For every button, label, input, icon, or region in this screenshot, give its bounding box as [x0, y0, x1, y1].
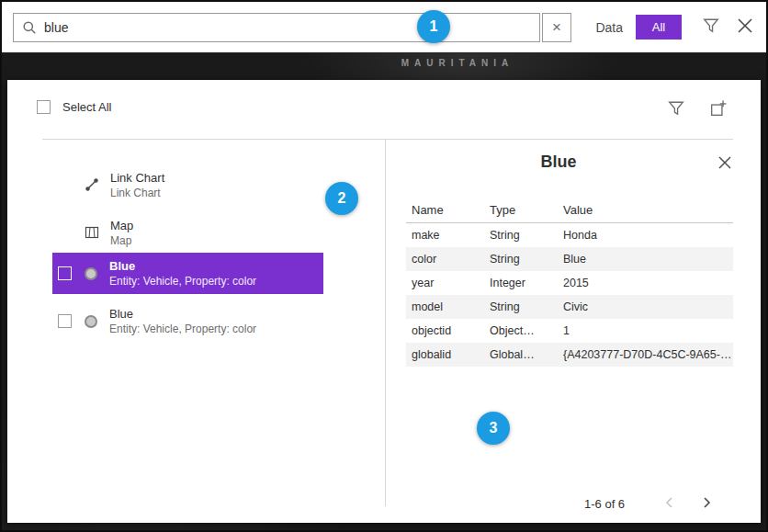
- column-header: Name: [406, 203, 484, 217]
- search-box[interactable]: [13, 13, 540, 42]
- search-icon: [22, 20, 37, 35]
- callout-badge-1: 1: [417, 10, 450, 43]
- app-window: MAURITANIA × Data All 1 2: [0, 0, 768, 532]
- cell-type: String: [484, 229, 558, 242]
- cell-name: make: [406, 229, 484, 242]
- result-item-blue[interactable]: Blue Entity: Vehicle, Property: color: [52, 300, 323, 342]
- table-row: globalid Global… {A4203777-D70D-4C5C-9A6…: [406, 343, 733, 367]
- cell-name: model: [406, 300, 484, 313]
- item-title: Blue: [109, 307, 256, 321]
- item-subtitle: Entity: Vehicle, Property: color: [109, 275, 256, 288]
- previous-page-button[interactable]: [658, 492, 682, 515]
- select-all-label: Select All: [62, 100, 111, 114]
- property-table: Name Type Value make String Honda color …: [406, 198, 733, 367]
- cell-name: globalid: [406, 348, 484, 361]
- item-subtitle: Link Chart: [110, 187, 164, 199]
- cell-name: objectid: [406, 324, 484, 337]
- item-subtitle: Map: [110, 234, 133, 247]
- detail-title: Blue: [393, 153, 724, 172]
- all-filter-button[interactable]: All: [636, 15, 682, 40]
- data-scope-label: Data: [595, 20, 623, 35]
- item-text: Blue Entity: Vehicle, Property: color: [109, 307, 256, 335]
- table-row: model String Civic: [406, 295, 733, 319]
- cell-name: year: [406, 277, 484, 289]
- toolbar-right-group: Data All: [595, 15, 755, 40]
- search-results-panel: Select All Link Chart L: [7, 80, 761, 523]
- table-row: objectid Object… 1: [406, 319, 733, 343]
- item-text: Map Map: [110, 219, 133, 247]
- next-page-button[interactable]: [695, 492, 718, 515]
- cell-type: Integer: [484, 277, 558, 289]
- cell-value: Blue: [558, 253, 733, 266]
- item-title: Map: [110, 219, 133, 232]
- map-icon: [85, 225, 99, 240]
- callout-badge-3: 3: [477, 412, 510, 445]
- map-country-label: MAURITANIA: [149, 58, 766, 68]
- panel-divider: [42, 139, 733, 140]
- close-icon: [717, 155, 732, 173]
- cell-value: Civic: [558, 300, 733, 313]
- cell-type: Object…: [484, 324, 558, 337]
- item-checkbox[interactable]: [58, 266, 72, 280]
- detail-divider: [385, 139, 386, 506]
- filter-icon: [668, 100, 684, 119]
- cell-name: color: [406, 253, 484, 266]
- pagination: 1-6 of 6: [584, 492, 731, 515]
- search-toolbar: × Data All: [2, 2, 766, 53]
- table-row: make String Honda: [406, 223, 733, 247]
- filter-icon: [703, 17, 719, 37]
- select-all-row: Select All: [37, 100, 111, 114]
- close-icon: [736, 17, 754, 38]
- entity-icon: [85, 267, 97, 280]
- result-item-blue-selected[interactable]: Blue Entity: Vehicle, Property: color: [52, 253, 323, 294]
- cell-value: 2015: [558, 277, 733, 289]
- panel-filter-button[interactable]: [667, 100, 685, 119]
- clear-search-button[interactable]: ×: [542, 13, 571, 42]
- item-checkbox[interactable]: [58, 314, 72, 328]
- cell-value: 1: [558, 324, 733, 337]
- table-row: color String Blue: [406, 247, 733, 271]
- table-header: Name Type Value: [406, 198, 733, 223]
- column-header: Type: [484, 203, 558, 217]
- search-input[interactable]: [44, 20, 531, 35]
- chevron-left-icon: [661, 494, 678, 514]
- item-title: Blue: [109, 259, 256, 273]
- cell-value: {A4203777-D70D-4C5C-9A65-C…: [558, 348, 733, 361]
- detail-close-button[interactable]: [715, 153, 735, 174]
- cell-type: String: [484, 253, 558, 266]
- item-title: Link Chart: [110, 171, 164, 185]
- table-row: year Integer 2015: [406, 271, 733, 295]
- close-search-button[interactable]: [735, 17, 755, 38]
- add-layer-icon: [710, 100, 727, 119]
- item-text: Blue Entity: Vehicle, Property: color: [109, 259, 256, 288]
- result-item-map[interactable]: Map Map: [52, 213, 323, 252]
- page-range-label: 1-6 of 6: [584, 497, 625, 511]
- cell-value: Honda: [558, 229, 733, 242]
- link-chart-icon: [85, 177, 99, 192]
- filter-button[interactable]: [702, 18, 720, 37]
- column-header: Value: [558, 203, 733, 217]
- panel-tools: [667, 100, 728, 119]
- item-subtitle: Entity: Vehicle, Property: color: [109, 323, 256, 335]
- chevron-right-icon: [698, 494, 715, 514]
- cell-type: Global…: [484, 348, 558, 361]
- item-text: Link Chart Link Chart: [110, 171, 164, 199]
- entity-icon: [85, 315, 97, 328]
- add-to-map-button[interactable]: [709, 100, 728, 119]
- select-all-checkbox[interactable]: [37, 100, 51, 114]
- callout-badge-2: 2: [325, 182, 358, 215]
- result-item-link-chart[interactable]: Link Chart Link Chart: [52, 165, 323, 204]
- cell-type: String: [484, 300, 558, 313]
